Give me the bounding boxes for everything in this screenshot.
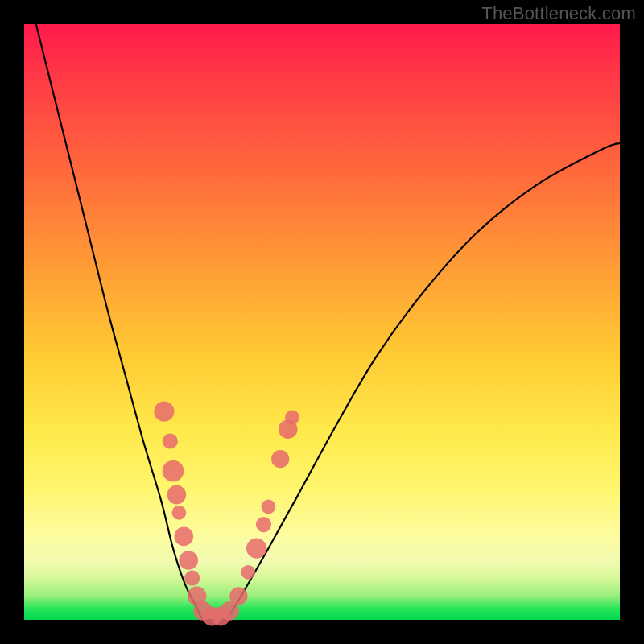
sample-marker <box>271 450 289 468</box>
sample-marker <box>262 500 276 514</box>
left-curve <box>36 24 227 621</box>
sample-marker <box>246 539 266 559</box>
sample-markers <box>154 401 299 625</box>
watermark-text: TheBottleneck.com <box>481 3 636 24</box>
sample-marker <box>184 571 200 586</box>
sample-marker <box>172 506 187 520</box>
sample-marker <box>154 401 174 421</box>
sample-marker <box>285 411 299 425</box>
sample-marker <box>167 485 187 505</box>
sample-marker <box>256 517 271 532</box>
sample-marker <box>229 587 247 605</box>
sample-marker <box>163 460 184 482</box>
sample-marker <box>241 565 255 580</box>
chart-frame: TheBottleneck.com <box>0 0 644 644</box>
sample-marker <box>179 551 198 570</box>
chart-svg <box>24 24 620 620</box>
plot-area <box>24 24 620 620</box>
sample-marker <box>163 433 178 448</box>
right-curve <box>227 143 620 620</box>
sample-marker <box>175 527 194 547</box>
